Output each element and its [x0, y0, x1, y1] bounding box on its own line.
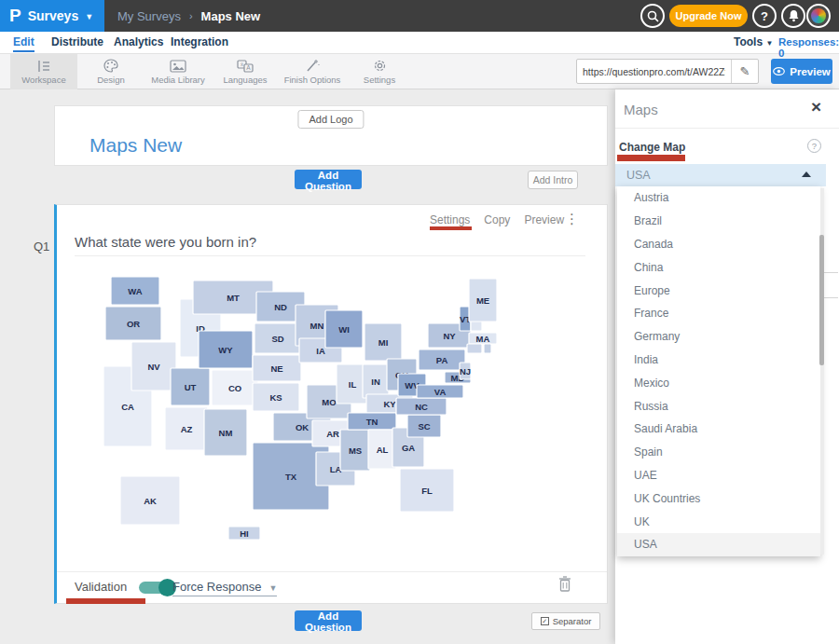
map-option-russia[interactable]: Russia [617, 394, 820, 418]
toolbar-label: Settings [364, 75, 395, 85]
question-title[interactable]: What state were you born in? [75, 234, 256, 250]
map-state-label-CO: CO [228, 383, 241, 393]
translate-icon: x̄A [237, 60, 254, 73]
help-icon[interactable]: ? [807, 139, 821, 153]
search-icon [647, 10, 659, 22]
question-actions: Settings Copy Preview [430, 213, 564, 226]
map-option-china[interactable]: China [617, 255, 820, 279]
map-option-austria[interactable]: Austria [617, 186, 820, 210]
add-question-button-top[interactable]: Add Question [295, 170, 362, 189]
map-option-uk[interactable]: UK [617, 510, 820, 533]
map-state-small[interactable] [484, 344, 491, 353]
map-option-brazil[interactable]: Brazil [617, 210, 820, 233]
map-option-mexico[interactable]: Mexico [617, 371, 820, 394]
responses-count[interactable]: Responses: 0 [778, 36, 839, 59]
map-state-label-IA: IA [316, 346, 325, 356]
map-option-spain[interactable]: Spain [617, 441, 820, 464]
map-state-label-TX: TX [285, 472, 297, 482]
bell-icon [788, 9, 800, 22]
map-option-india[interactable]: India [617, 349, 820, 372]
add-logo-button[interactable]: Add Logo [297, 110, 364, 129]
survey-title[interactable]: Maps New [89, 134, 182, 157]
questionpro-logo: P [9, 6, 21, 26]
annotation-underline-settings [430, 226, 472, 230]
add-intro-button[interactable]: Add Intro [528, 171, 578, 189]
map-state-label-NM: NM [219, 428, 233, 438]
map-state-label-NE: NE [270, 363, 282, 374]
map-state-label-TN: TN [366, 417, 378, 427]
map-state-label-GA: GA [402, 443, 415, 453]
map-select-value: USA [615, 169, 651, 182]
map-state-label-NC: NC [415, 402, 428, 412]
chevron-up-icon [802, 171, 811, 177]
map-state-label-MA: MA [476, 334, 490, 344]
map-option-saudi-arabia[interactable]: Saudi Arabia [617, 418, 820, 441]
help-button[interactable]: ? [752, 4, 777, 28]
map-option-france[interactable]: France [617, 302, 820, 325]
force-response-dropdown[interactable]: Force Response▼ [172, 580, 277, 596]
usa-map[interactable]: WAORCAIDNVUTAZMTWYCONMNDSDNEKSOKTXMNIAMO… [89, 271, 508, 560]
survey-header-card: Add Logo Maps New [54, 105, 608, 166]
toolbar-label: Design [97, 75, 125, 85]
change-map-label: Change Map [619, 141, 685, 154]
toolbar-item-finish-options[interactable]: Finish Options [279, 54, 346, 89]
breadcrumb-parent[interactable]: My Surveys [117, 9, 181, 23]
validation-toggle[interactable] [139, 582, 174, 594]
tab-distribute[interactable]: Distribute [51, 35, 103, 48]
image-icon [170, 60, 186, 73]
question-copy-link[interactable]: Copy [484, 213, 510, 226]
toolbar-item-languages[interactable]: x̄A Languages [212, 54, 279, 89]
delete-question-button[interactable] [558, 576, 571, 596]
map-option-uae[interactable]: UAE [617, 464, 820, 487]
account-avatar[interactable] [806, 4, 831, 28]
map-state-small[interactable] [467, 344, 482, 353]
divider [824, 272, 838, 273]
share-url-group: ✎ [576, 59, 759, 84]
toolbar-label: Workspace [21, 75, 65, 85]
separator-toggle[interactable]: ✓ Separator [531, 612, 600, 630]
survey-nav: Edit Distribute Analytics Integration To… [0, 32, 839, 54]
checkbox-checked-icon: ✓ [541, 617, 549, 625]
upgrade-now-button[interactable]: Upgrade Now [669, 5, 748, 27]
share-url-input[interactable] [577, 60, 731, 83]
notifications-button[interactable] [781, 4, 805, 28]
toolbar-item-media-library[interactable]: Media Library [144, 54, 212, 89]
palette-icon [103, 59, 118, 73]
search-button[interactable] [640, 4, 665, 28]
tab-analytics[interactable]: Analytics [114, 35, 163, 48]
tab-integration[interactable]: Integration [171, 35, 228, 48]
tools-menu[interactable]: Tools ▼ [734, 35, 773, 48]
map-option-europe[interactable]: Europe [617, 279, 820, 302]
breadcrumb-current: Maps New [201, 9, 261, 23]
preview-button[interactable]: Preview [771, 59, 832, 84]
toolbar-item-design[interactable]: Design [77, 54, 144, 89]
toolbar-label: Media Library [151, 75, 205, 85]
question-preview-link[interactable]: Preview [524, 213, 564, 226]
map-state-label-CA: CA [121, 402, 134, 412]
question-settings-link[interactable]: Settings [430, 213, 470, 226]
map-state-label-MS: MS [349, 445, 362, 456]
map-option-uk-countries[interactable]: UK Countries [617, 486, 820, 510]
map-option-germany[interactable]: Germany [617, 325, 820, 349]
map-option-usa[interactable]: USA [617, 533, 820, 556]
annotation-underline-validation [66, 598, 145, 604]
map-state-label-IN: IN [371, 377, 380, 387]
trash-icon [558, 576, 571, 592]
toolbar-item-workspace[interactable]: Workspace [10, 54, 77, 89]
separator-label: Separator [553, 616, 592, 626]
dropdown-scrollbar-thumb[interactable] [819, 235, 824, 365]
add-question-button-bottom[interactable]: Add Question [295, 610, 362, 631]
tab-edit[interactable]: Edit [13, 35, 34, 52]
map-state-label-WI: WI [338, 324, 350, 335]
map-state-label-MT: MT [227, 293, 240, 303]
question-more-menu[interactable]: ⋮ [565, 211, 579, 227]
map-select[interactable]: USA [615, 164, 826, 186]
edit-url-button[interactable]: ✎ [731, 60, 758, 83]
workspace-icon [35, 60, 52, 73]
close-icon[interactable]: × [811, 97, 821, 117]
map-state-label-MO: MO [322, 397, 336, 407]
map-option-canada[interactable]: Canada [617, 233, 820, 256]
product-switcher[interactable]: P Surveys ▼ [0, 0, 104, 32]
toolbar-item-settings[interactable]: Settings [346, 54, 413, 89]
magic-wand-icon [305, 59, 320, 73]
